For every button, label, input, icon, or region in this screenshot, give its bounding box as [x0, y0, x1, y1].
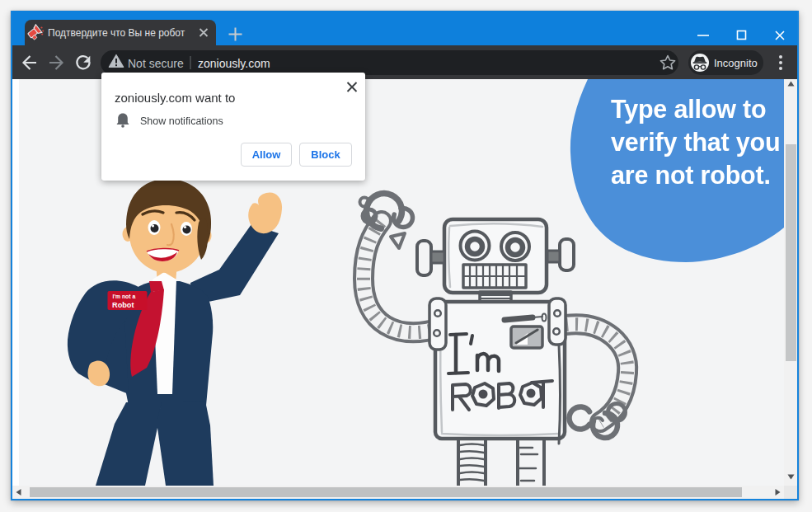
svg-text:Robot: Robot	[112, 301, 134, 309]
svg-text:I'm not a: I'm not a	[113, 294, 136, 299]
